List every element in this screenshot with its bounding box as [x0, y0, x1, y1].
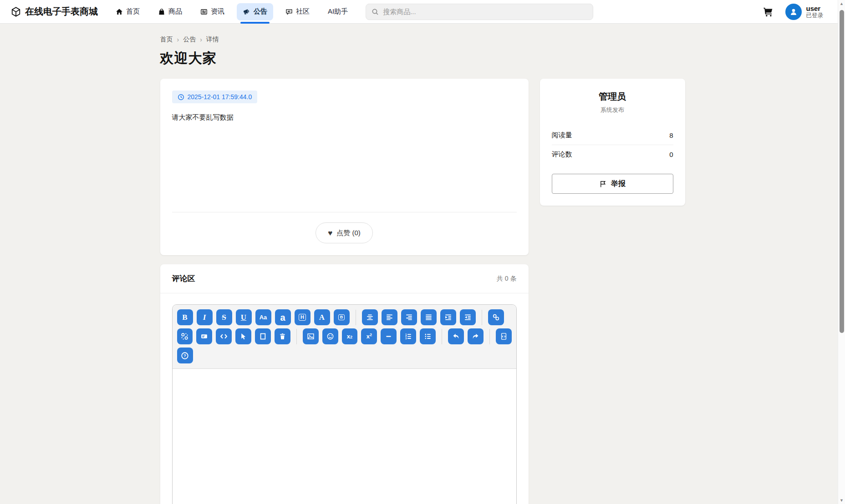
- author-subtitle: 系统发布: [552, 106, 673, 114]
- frame-button[interactable]: [255, 328, 271, 344]
- svg-text:3: 3: [405, 337, 407, 340]
- align-center-button[interactable]: [362, 309, 378, 325]
- trash-icon: [279, 333, 286, 340]
- ordered-list-button[interactable]: 123: [400, 328, 416, 344]
- heart-icon: ♥: [328, 229, 332, 237]
- font-family-button[interactable]: a: [275, 309, 291, 325]
- comments-count: 共 0 条: [497, 275, 517, 283]
- cart-icon[interactable]: [763, 6, 774, 17]
- unordered-list-button[interactable]: [420, 328, 436, 344]
- code-button[interactable]: [216, 328, 232, 344]
- outdent-icon: [464, 313, 472, 321]
- author-name: 管理员: [552, 91, 673, 103]
- toolbar-separator: [356, 310, 356, 325]
- italic-button[interactable]: I: [197, 309, 213, 325]
- scroll-up-icon[interactable]: ▲: [838, 0, 845, 7]
- nav-item-news[interactable]: 资讯: [194, 3, 230, 20]
- unordered-list-icon: [424, 333, 432, 340]
- stat-label: 评论数: [552, 150, 572, 159]
- help-button[interactable]: ?: [177, 348, 193, 363]
- strikethrough-button[interactable]: S: [216, 309, 232, 325]
- user-chip[interactable]: user 已登录: [785, 4, 824, 20]
- heading-icon: H: [299, 314, 306, 321]
- link-button[interactable]: [488, 309, 504, 325]
- search-box[interactable]: [366, 4, 593, 20]
- undo-button[interactable]: [448, 328, 464, 344]
- bg-color-icon: B: [338, 314, 345, 320]
- undo-icon: [452, 333, 460, 340]
- breadcrumb-item[interactable]: 公告: [183, 35, 196, 44]
- text-color-button[interactable]: A: [314, 309, 330, 325]
- brand[interactable]: 在线电子手表商城: [11, 5, 98, 18]
- unlink-button[interactable]: [177, 328, 193, 344]
- nav-item-label: 资讯: [211, 7, 224, 16]
- heading-button[interactable]: H: [295, 309, 311, 325]
- frame-icon: [259, 333, 267, 340]
- cursor-button[interactable]: [235, 328, 251, 344]
- code-icon: [220, 333, 228, 340]
- underline-button[interactable]: U: [236, 309, 252, 325]
- align-left-button[interactable]: [382, 309, 397, 325]
- scroll-down-icon[interactable]: ▼: [838, 497, 845, 504]
- avatar: [785, 4, 802, 20]
- home-icon: [116, 8, 123, 15]
- user-status: 已登录: [806, 12, 824, 19]
- redo-button[interactable]: [468, 328, 484, 344]
- strikethrough-icon: S: [222, 313, 226, 321]
- outdent-button[interactable]: [460, 309, 476, 325]
- align-justify-button[interactable]: [421, 309, 437, 325]
- toolbar-separator: [489, 329, 490, 344]
- announcement-card: 2025-12-01 17:59:44.0 请大家不要乱写数据 ♥ 点赞 (0): [160, 79, 529, 255]
- nav-item-announcements[interactable]: 公告: [237, 3, 273, 20]
- nav-item-community[interactable]: 社区: [280, 3, 316, 20]
- brand-label: 在线电子手表商城: [25, 5, 98, 18]
- bag-icon: [158, 8, 165, 15]
- nav-item-label: 公告: [254, 7, 267, 16]
- editor-content[interactable]: [173, 369, 516, 504]
- redo-icon: [472, 333, 479, 340]
- cursor-icon: [239, 333, 247, 340]
- news-icon: [200, 8, 208, 15]
- video-button[interactable]: [196, 328, 212, 344]
- bg-color-button[interactable]: B: [334, 309, 350, 325]
- nav-item-products[interactable]: 商品: [152, 3, 188, 20]
- scrollbar[interactable]: ▲ ▼: [838, 0, 845, 504]
- search-input[interactable]: [383, 8, 587, 15]
- breadcrumb-separator: ›: [177, 36, 179, 43]
- subscript-button[interactable]: x2: [342, 328, 358, 344]
- chat-icon: [285, 8, 293, 15]
- like-label: 点赞 (0): [336, 229, 361, 237]
- stat-value: 0: [669, 151, 673, 158]
- nav-item-ai-assistant[interactable]: AI助手: [322, 3, 354, 20]
- active-indicator: [240, 22, 270, 24]
- unlink-icon: [181, 333, 188, 340]
- like-button[interactable]: ♥ 点赞 (0): [316, 222, 373, 243]
- trash-button[interactable]: [275, 328, 290, 344]
- report-button[interactable]: 举报: [552, 174, 673, 194]
- horizontal-rule-button[interactable]: [381, 328, 397, 344]
- bold-button[interactable]: B: [177, 309, 193, 325]
- bold-icon: B: [182, 313, 187, 321]
- toolbar-separator: [442, 329, 442, 344]
- scrollbar-thumb[interactable]: [840, 10, 844, 333]
- breadcrumb-item[interactable]: 首页: [160, 35, 173, 44]
- font-family-icon: a: [280, 313, 285, 322]
- text-color-icon: A: [319, 313, 325, 321]
- help-icon: ?: [181, 352, 189, 360]
- comments-title: 评论区: [172, 273, 195, 284]
- image-button[interactable]: [303, 328, 319, 344]
- font-size-button[interactable]: Aa: [255, 309, 271, 325]
- align-right-button[interactable]: [401, 309, 417, 325]
- image-icon: [307, 333, 315, 340]
- stat-value: 8: [669, 131, 673, 139]
- emoji-button[interactable]: [322, 328, 338, 344]
- nav-item-home[interactable]: 首页: [110, 3, 146, 20]
- flag-icon: [599, 180, 607, 188]
- report-label: 举报: [611, 179, 626, 189]
- editor-toolbar: BISUAaaHABx2x2123?: [173, 305, 516, 369]
- indent-button[interactable]: [440, 309, 456, 325]
- source-doc-button[interactable]: [496, 328, 512, 344]
- superscript-button[interactable]: x2: [361, 328, 377, 344]
- main-nav: 首页商品资讯公告社区AI助手: [110, 0, 354, 23]
- stat-row-comments: 评论数0: [552, 145, 673, 164]
